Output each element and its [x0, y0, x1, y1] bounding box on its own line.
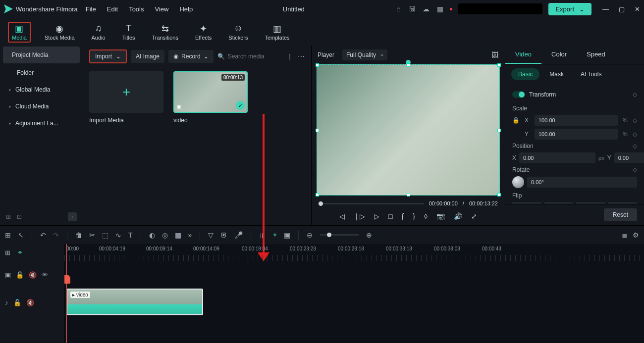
scale-y-input[interactable]: [535, 129, 618, 140]
mark-in-icon[interactable]: {: [402, 212, 404, 220]
timeline-clip[interactable]: ▸video: [66, 289, 203, 315]
tab-effects[interactable]: ✦Effects: [192, 23, 215, 42]
render-icon[interactable]: ▣: [284, 231, 290, 239]
keyframe-tool-icon[interactable]: ▦: [175, 231, 181, 239]
apps-icon[interactable]: ▦: [436, 5, 444, 13]
tab-video[interactable]: Video: [505, 46, 541, 64]
zoom-out-icon[interactable]: ⊖: [307, 231, 313, 239]
more-icon[interactable]: ⋯: [297, 52, 305, 60]
tab-transitions[interactable]: ⇆Transitions: [149, 23, 181, 42]
search-input[interactable]: [228, 53, 272, 60]
adjust-icon[interactable]: ◎: [162, 231, 168, 239]
mixer-icon[interactable]: ⫼: [259, 231, 266, 239]
promo-banner[interactable]: [458, 3, 542, 14]
marker-tool-icon[interactable]: ▽: [208, 231, 214, 239]
tab-stickers[interactable]: ☺Stickers: [225, 23, 251, 42]
subtab-mask[interactable]: Mask: [542, 68, 571, 80]
link-icon[interactable]: ⚭: [17, 249, 23, 256]
pos-x-input[interactable]: [519, 152, 595, 163]
sidebar-item-project-media[interactable]: Project Media: [3, 47, 80, 63]
playhead-handle[interactable]: [64, 275, 70, 284]
color-icon[interactable]: ◐: [149, 231, 155, 239]
ai-image-button[interactable]: AI Image: [131, 50, 164, 63]
new-bin-icon[interactable]: ⊡: [17, 213, 22, 220]
prev-icon[interactable]: ◁: [339, 212, 345, 220]
media-clip-thumb[interactable]: 00:00:13 ▣ ✓: [173, 71, 248, 113]
lock-icon[interactable]: 🔓: [16, 271, 24, 279]
rotate-knob[interactable]: [512, 176, 524, 188]
zoom-slider[interactable]: [320, 234, 359, 236]
keyframe-icon[interactable]: ◇: [633, 166, 637, 173]
audio-track-header[interactable]: ♪ 🔓 🔇: [0, 289, 64, 316]
sidebar-item-global-media[interactable]: ▸Global Media: [0, 81, 83, 98]
resize-handle[interactable]: [316, 63, 319, 67]
resize-handle[interactable]: [407, 63, 410, 67]
keyframe-icon[interactable]: ◇: [633, 91, 637, 98]
tab-media[interactable]: ▣Media: [8, 22, 31, 43]
progress-handle[interactable]: [319, 201, 323, 206]
filter-icon[interactable]: ⫿: [285, 52, 293, 60]
tab-color[interactable]: Color: [541, 46, 577, 64]
transform-toggle[interactable]: [512, 91, 525, 98]
keyframe-icon[interactable]: ◇: [633, 117, 637, 124]
export-button[interactable]: Export ⌄: [548, 3, 591, 15]
camera-icon[interactable]: 📷: [436, 212, 445, 220]
device-icon[interactable]: ⌂: [394, 5, 402, 13]
keyframe-icon[interactable]: ◇: [633, 143, 637, 149]
playhead[interactable]: [66, 244, 67, 343]
progress-bar[interactable]: [319, 203, 424, 204]
fullscreen-icon[interactable]: ⤢: [471, 212, 477, 220]
tab-stock-media[interactable]: ◉Stock Media: [42, 23, 78, 42]
delete-icon[interactable]: 🗑: [75, 231, 82, 239]
resize-handle[interactable]: [316, 193, 319, 196]
timeline-ruler[interactable]: 00:00 00:00:04:19 00:00:09:14 00:00:14:0…: [64, 244, 644, 261]
mic-icon[interactable]: 🎤: [234, 231, 243, 239]
play-icon[interactable]: ▷: [374, 212, 379, 220]
import-button[interactable]: Import⌄: [89, 49, 127, 63]
redo-icon[interactable]: ↷: [53, 231, 59, 239]
volume-icon[interactable]: 🔊: [454, 212, 462, 220]
marker-icon[interactable]: ◊: [424, 212, 428, 220]
more-tools-icon[interactable]: »: [188, 231, 192, 239]
pos-y-input[interactable]: [614, 152, 644, 163]
minimize-button[interactable]: —: [602, 5, 609, 13]
mute-icon[interactable]: 🔇: [29, 271, 37, 279]
resize-handle[interactable]: [407, 193, 410, 196]
scale-x-input[interactable]: [535, 115, 618, 126]
close-button[interactable]: ✕: [635, 5, 640, 13]
mute-icon[interactable]: 🔇: [26, 299, 34, 306]
reset-button[interactable]: Reset: [604, 208, 637, 221]
resize-handle[interactable]: [497, 129, 501, 132]
select-tool-icon[interactable]: ↖: [18, 231, 24, 239]
rotate-input[interactable]: [527, 177, 637, 188]
subtab-basic[interactable]: Basic: [511, 68, 539, 80]
resize-handle[interactable]: [497, 193, 501, 196]
cloud-icon[interactable]: ☁: [422, 5, 430, 13]
menu-edit[interactable]: Edit: [107, 5, 118, 13]
save-icon[interactable]: 🖫: [408, 5, 416, 13]
subtab-ai-tools[interactable]: AI Tools: [574, 68, 608, 80]
text-icon[interactable]: T: [128, 231, 133, 239]
resize-handle[interactable]: [316, 129, 319, 132]
sidebar-item-folder[interactable]: Folder: [0, 64, 83, 81]
video-track-header[interactable]: ▣ 🔓 🔇 👁: [0, 261, 64, 289]
record-button[interactable]: ◉Record⌄: [168, 50, 214, 63]
menu-view[interactable]: View: [155, 5, 168, 13]
settings-icon[interactable]: ⚙: [633, 231, 639, 239]
sidebar-item-adjustment-layer[interactable]: ▸Adjustment La...: [0, 115, 83, 132]
new-folder-icon[interactable]: ⊞: [6, 213, 11, 220]
quality-select[interactable]: Full Quality: [342, 49, 387, 60]
stop-icon[interactable]: □: [388, 212, 392, 220]
lock-icon[interactable]: 🔓: [13, 299, 21, 306]
undo-icon[interactable]: ↶: [40, 231, 46, 239]
menu-file[interactable]: File: [86, 5, 96, 13]
keyframe-icon[interactable]: ◇: [633, 131, 637, 138]
speed-icon[interactable]: ∿: [115, 231, 121, 239]
tab-titles[interactable]: TTitles: [119, 23, 138, 42]
zoom-handle[interactable]: [327, 233, 331, 237]
menu-help[interactable]: Help: [179, 5, 193, 13]
grid-icon[interactable]: ⊞: [5, 231, 11, 239]
sidebar-item-cloud-media[interactable]: ▸Cloud Media: [0, 98, 83, 115]
timeline-tracks[interactable]: 00:00 00:00:04:19 00:00:09:14 00:00:14:0…: [64, 244, 644, 343]
menu-tools[interactable]: Tools: [129, 5, 144, 13]
